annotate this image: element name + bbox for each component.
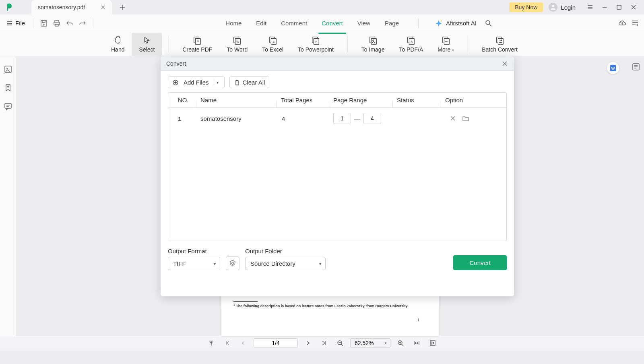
panel-toggle-button[interactable] [629,17,642,30]
svg-point-33 [6,68,7,69]
batch-convert-button[interactable]: Batch Convert [475,33,525,56]
ai-assistant-button[interactable]: Afirstsoft AI [435,19,477,27]
to-word-button[interactable]: W To Word [219,33,255,56]
document-tab[interactable]: somatosensory.pdf [31,0,112,14]
create-pdf-button[interactable]: Create PDF [175,33,219,56]
remove-row-button[interactable] [449,115,456,122]
right-panel-toggle-button[interactable] [631,62,641,72]
avatar-icon[interactable] [549,3,557,12]
svg-text:E: E [272,40,275,43]
to-powerpoint-button[interactable]: P To Powerpoint [291,33,341,56]
search-button[interactable] [482,17,495,30]
ai-label-text: Afirstsoft AI [446,20,477,27]
page-range-to-input[interactable] [363,113,381,124]
dialog-close-button[interactable] [501,60,508,67]
svg-rect-31 [498,38,503,44]
more-button[interactable]: More▾ [430,33,461,56]
to-excel-label: To Excel [262,46,283,53]
convert-dialog: Convert Add Files ▾ Clear All [161,56,514,296]
first-page-button[interactable] [221,337,233,349]
menu-view[interactable]: View [350,17,378,30]
minimize-button[interactable] [597,0,612,14]
fit-width-button[interactable] [411,337,423,349]
prev-page-button[interactable] [237,337,250,349]
zoom-level-select[interactable]: 62.52% ▾ [350,338,390,348]
batch-label: Batch Convert [482,46,518,53]
scroll-top-button[interactable] [205,337,217,349]
print-button[interactable] [50,17,63,30]
clear-all-button[interactable]: Clear All [229,77,270,88]
svg-point-43 [432,342,434,344]
to-pdfa-button[interactable]: A To PDF/A [392,33,430,56]
menu-edit[interactable]: Edit [249,17,274,30]
last-page-button[interactable] [318,337,330,349]
comments-panel-button[interactable] [3,101,13,111]
chevron-down-icon[interactable]: ▾ [215,79,220,85]
chevron-down-icon: ▾ [385,341,387,345]
page-range-from-input[interactable] [333,113,351,124]
create-pdf-label: Create PDF [182,46,212,53]
redo-button[interactable] [76,17,89,30]
select-label: Select [139,46,155,53]
buy-now-button[interactable]: Buy Now [509,2,543,12]
chevron-down-icon: ▾ [214,261,216,266]
zoom-out-button[interactable] [334,337,346,349]
menu-comment[interactable]: Comment [274,17,314,30]
chevron-down-icon: ▾ [452,48,454,52]
next-page-button[interactable] [302,337,314,349]
file-menu-button[interactable]: File [2,17,29,29]
menu-convert[interactable]: Convert [314,17,350,30]
format-settings-button[interactable] [226,256,239,270]
svg-point-27 [445,41,446,41]
to-excel-button[interactable]: E To Excel [255,33,291,56]
tab-close-icon[interactable] [100,4,106,10]
svg-text:P: P [316,40,318,43]
image-icon [369,36,378,45]
word-icon: W [233,36,242,45]
table-row: 1 somatosensory 4 — [168,108,506,129]
menu-page[interactable]: Page [378,17,406,30]
svg-rect-34 [5,103,11,108]
cloud-button[interactable] [616,17,629,30]
save-button[interactable] [37,17,50,30]
dialog-title: Convert [166,60,501,67]
new-tab-button[interactable] [117,2,128,13]
select-tool-button[interactable]: Select [132,33,162,56]
open-folder-button[interactable] [462,115,469,122]
login-button[interactable]: Login [561,4,576,11]
file-menu-label: File [15,20,25,27]
thumbnails-panel-button[interactable] [3,64,13,74]
to-pdfa-label: To PDF/A [399,46,423,53]
output-format-select[interactable]: TIFF ▾ [168,257,220,270]
convert-button[interactable]: Convert [453,255,507,270]
row-total: 4 [277,115,329,122]
page-number-input[interactable] [254,338,298,348]
chevron-down-icon: ▾ [319,261,321,266]
add-files-button[interactable]: Add Files ▾ [168,77,225,88]
convert-word-floating-button[interactable]: W [607,62,619,74]
maximize-button[interactable] [612,0,626,14]
hand-tool-button[interactable]: Hand [104,33,132,56]
tab-title: somatosensory.pdf [38,4,95,10]
fit-page-button[interactable] [427,337,439,349]
menu-home[interactable]: Home [218,17,249,30]
hand-icon [114,36,122,45]
hamburger-icon [6,20,13,27]
sparkle-icon [435,19,443,27]
doc-footnote-text: The following description is based on le… [236,304,408,308]
undo-button[interactable] [63,17,76,30]
svg-point-28 [446,41,447,41]
to-image-label: To Image [361,46,385,53]
row-name: somatosensory [196,115,277,122]
col-header-name: Name [196,97,277,103]
add-files-label: Add Files [184,79,209,86]
bookmarks-panel-button[interactable] [3,83,13,93]
create-pdf-icon [193,36,202,45]
menu-button[interactable] [583,0,597,14]
col-header-status: Status [393,97,441,103]
output-folder-select[interactable]: Source Directory ▾ [245,257,326,270]
zoom-in-button[interactable] [394,337,407,349]
to-image-button[interactable]: To Image [354,33,392,56]
close-window-button[interactable] [626,0,641,14]
output-folder-value: Source Directory [250,260,295,267]
